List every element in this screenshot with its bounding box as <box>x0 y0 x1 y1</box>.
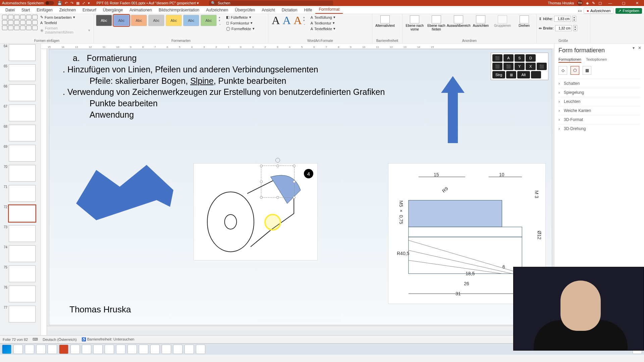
pane-size-props-icon[interactable]: ▦ <box>583 66 591 75</box>
touch-mode-icon[interactable]: ⤢ <box>82 1 85 5</box>
close-button[interactable]: ✕ <box>632 1 642 5</box>
taskbar-app-icon[interactable] <box>105 345 114 354</box>
textfill-button[interactable]: ATextfüllung▾ <box>309 15 337 20</box>
rotate-button[interactable]: Drehen <box>514 15 534 28</box>
blue-freeform-shape[interactable] <box>69 163 177 224</box>
resize-handle[interactable] <box>293 180 296 183</box>
taskbar-app-icon[interactable] <box>184 345 194 354</box>
autosave-toggle[interactable]: Automatisches Speichern <box>2 1 54 5</box>
alttext-button[interactable]: Alternativtext <box>374 15 396 28</box>
tab-uebergaenge[interactable]: Übergänge <box>100 6 126 14</box>
section-3d-drehung[interactable]: 3D-Drehung <box>558 124 640 133</box>
texteffects-button[interactable]: ATexteffekte▾ <box>309 26 337 31</box>
width-input[interactable] <box>555 25 572 31</box>
shape-style-1[interactable]: Abc <box>96 15 112 26</box>
thumbnail-slide-76[interactable]: 76 <box>0 286 41 302</box>
collapse-ribbon-icon[interactable]: ▭ <box>578 8 582 13</box>
shape-style-4[interactable]: Abc <box>148 15 164 26</box>
resize-handle[interactable] <box>260 180 263 183</box>
language-indicator[interactable]: Deutsch (Österreich) <box>43 338 76 342</box>
rotate-handle-icon[interactable] <box>275 158 280 163</box>
tab-dictation[interactable]: Dictation <box>278 6 301 14</box>
shape-style-2[interactable]: Abc <box>113 15 129 26</box>
slide-counter[interactable]: Folie 72 von 82 <box>3 338 28 342</box>
shape-effects-button[interactable]: ◯Formeffekte▾ <box>225 26 256 31</box>
taskbar-app-icon[interactable] <box>162 345 171 354</box>
resize-handle[interactable] <box>293 165 296 167</box>
taskbar-app-icon[interactable] <box>139 345 148 354</box>
start-button[interactable] <box>2 345 11 354</box>
shape-style-5[interactable]: Abc <box>166 15 182 26</box>
tab-datei[interactable]: Datei <box>2 6 18 14</box>
accessibility-checker[interactable]: ♿ Barrierefreiheit: Untersuchen <box>82 337 135 342</box>
section-3d-format[interactable]: 3D-Format <box>558 115 640 124</box>
height-spinner[interactable]: ▴▾ <box>572 16 576 22</box>
slide-thumbnails[interactable]: 6465666768697071727374757677 <box>0 44 41 335</box>
spellcheck-icon[interactable]: ⌨ <box>33 337 38 342</box>
group-button[interactable]: Gruppieren <box>492 15 513 28</box>
thumbnail-slide-74[interactable]: 74 <box>0 245 41 262</box>
technical-drawing-1[interactable]: 4 <box>194 163 318 260</box>
thumbnail-slide-65[interactable]: 65 <box>0 64 41 81</box>
taskbar-app-icon[interactable] <box>173 345 182 354</box>
slide[interactable]: a. Formatierung . Hinzufügen von Linien,… <box>49 49 552 325</box>
thumbnail-slide-68[interactable]: 68 <box>0 125 41 141</box>
window-icon[interactable]: ▢ <box>598 1 602 5</box>
taskbar-app-icon[interactable] <box>82 345 91 354</box>
resize-handle[interactable] <box>276 165 279 167</box>
taskbar-firefox-icon[interactable] <box>25 345 34 354</box>
wordart-style-2[interactable]: A <box>281 15 292 26</box>
toggle-switch-icon[interactable] <box>45 1 54 5</box>
tab-entwurf[interactable]: Entwurf <box>79 6 100 14</box>
wordart-style-3[interactable]: A <box>292 15 303 26</box>
diamond-icon[interactable]: ◈ <box>586 1 589 5</box>
tab-start[interactable]: Start <box>18 6 33 14</box>
resize-handle[interactable] <box>293 196 296 199</box>
taskbar-app-icon[interactable] <box>70 345 80 354</box>
pane-options-icon[interactable]: ▾ <box>633 46 635 50</box>
align-button[interactable]: Ausrichten <box>471 15 491 28</box>
textfield-button[interactable]: ATextfeld <box>39 20 92 25</box>
taskbar-explorer-icon[interactable] <box>13 345 23 354</box>
shape-gallery[interactable] <box>2 15 38 30</box>
taskbar-onenote-icon[interactable] <box>116 345 125 354</box>
pane-effects-icon[interactable]: ⬠ <box>571 66 579 75</box>
tab-aufzeichnen[interactable]: Aufzeichnen <box>203 6 231 14</box>
pane-tab-text[interactable]: Textoptionen <box>586 57 607 63</box>
record-button[interactable]: Aufzeichnen <box>584 8 613 14</box>
tab-hilfe[interactable]: Hilfe <box>301 6 315 14</box>
pane-fill-line-icon[interactable]: ◇ <box>558 66 567 75</box>
section-spiegelung[interactable]: Spiegelung <box>558 88 640 97</box>
resize-handle[interactable] <box>276 196 279 199</box>
user-name[interactable]: Thomas Hruska <box>548 1 574 5</box>
pane-tab-form[interactable]: Formoptionen <box>558 57 581 63</box>
thumbnail-slide-69[interactable]: 69 <box>0 145 41 162</box>
shape-outline-button[interactable]: ◻Formkontur▾ <box>225 20 256 25</box>
save-icon[interactable]: 💾 <box>57 1 62 5</box>
taskbar-app-icon[interactable] <box>127 345 137 354</box>
taskbar-app-icon[interactable] <box>150 345 160 354</box>
selection-box[interactable] <box>261 166 294 198</box>
shape-style-6[interactable]: Abc <box>183 15 199 26</box>
shape-fill-button[interactable]: ◧Fülleffekte▾ <box>225 15 256 20</box>
taskbar-chrome-icon[interactable] <box>36 345 46 354</box>
redo-icon[interactable]: ↷ <box>70 1 73 5</box>
textoutline-button[interactable]: ATextkontur▾ <box>309 20 337 25</box>
taskbar-powerpoint-icon[interactable] <box>59 345 68 354</box>
tab-ansicht[interactable]: Ansicht <box>258 6 278 14</box>
height-input[interactable] <box>554 16 571 22</box>
selection-pane-button[interactable]: Auswahlbereich <box>448 15 469 28</box>
tab-einfuegen[interactable]: Einfügen <box>33 6 56 14</box>
shape-style-7[interactable]: Abc <box>201 15 217 26</box>
search-box[interactable]: 🔍 Suchen <box>209 1 333 5</box>
pen-icon[interactable]: ✎ <box>592 1 595 5</box>
tab-zeichnen[interactable]: Zeichnen <box>56 6 79 14</box>
shape-style-3[interactable]: Abc <box>131 15 147 26</box>
thumbnail-slide-70[interactable]: 70 <box>0 165 41 182</box>
section-leuchten[interactable]: Leuchten <box>558 97 640 106</box>
pane-close-icon[interactable]: ✕ <box>638 46 641 50</box>
thumbnail-slide-77[interactable]: 77 <box>0 306 41 322</box>
minimize-button[interactable]: — <box>605 1 615 5</box>
blue-arrow-shape[interactable] <box>441 69 465 143</box>
tab-animationen[interactable]: Animationen <box>126 6 155 14</box>
